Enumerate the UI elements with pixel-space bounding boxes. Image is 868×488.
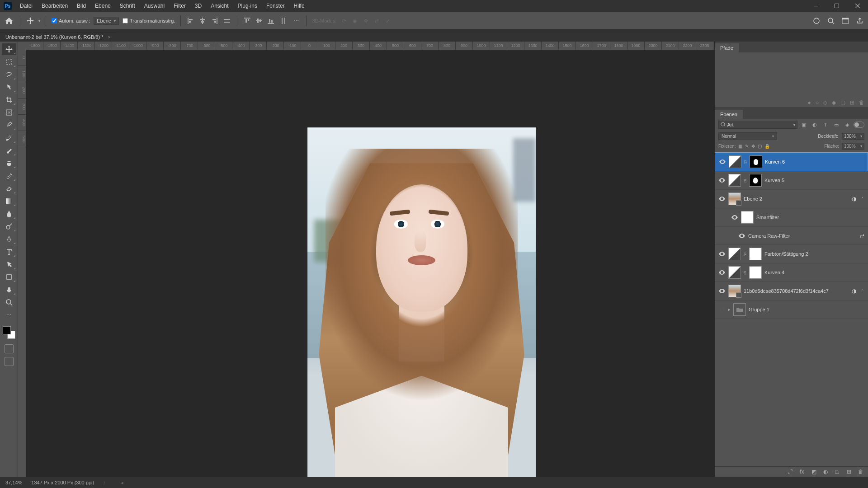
transform-controls-checkbox[interactable]: Transformationsstrg.	[123, 18, 175, 23]
adjustment-thumb[interactable]	[729, 155, 741, 168]
link-mask-icon[interactable]: ⎘	[744, 252, 746, 257]
add-path-icon[interactable]: ⊞	[850, 99, 854, 106]
menu-ansicht[interactable]: Ansicht	[206, 1, 233, 11]
stroke-path-icon[interactable]: ○	[816, 99, 819, 106]
align-center-v-icon[interactable]	[255, 16, 264, 25]
visibility-toggle[interactable]	[731, 214, 738, 221]
layer-row[interactable]: ⎘Kurven 5	[715, 171, 868, 190]
align-right-icon[interactable]	[210, 16, 219, 25]
layer-name[interactable]: Kurven 4	[764, 270, 784, 275]
visibility-toggle[interactable]	[718, 177, 726, 184]
quick-select-tool[interactable]	[2, 81, 16, 93]
paths-list[interactable]	[715, 52, 868, 98]
ruler-horizontal[interactable]: -1600-1500-1400-1300-1200-1100-1000-900-…	[26, 42, 714, 50]
layer-row[interactable]: Ebene 2◑⌃	[715, 190, 868, 208]
layer-row[interactable]: ▸Gruppe 1	[715, 300, 868, 319]
workspace-icon[interactable]	[841, 16, 850, 25]
layers-filter-input[interactable]	[727, 122, 792, 127]
share-icon[interactable]	[855, 16, 864, 25]
lock-all-icon[interactable]: 🔒	[764, 144, 770, 149]
layer-name[interactable]: Ebene 2	[744, 196, 762, 202]
move-tool-icon[interactable]	[26, 16, 35, 25]
new-layer-icon[interactable]: ⊞	[845, 469, 853, 475]
layer-name[interactable]: 11b0d5dcae835708d472f6d3f14ca4c7	[744, 288, 829, 294]
visibility-toggle[interactable]	[718, 250, 726, 258]
filter-shape-icon[interactable]: ▭	[833, 121, 840, 128]
collapse-arrow-icon[interactable]: ⌃	[861, 197, 864, 201]
link-layers-icon[interactable]: ⌞⌝	[787, 469, 794, 475]
more-align-icon[interactable]: ⋯	[292, 16, 301, 25]
layer-row[interactable]: Camera Raw-Filter⇄	[715, 227, 868, 245]
menu-3d[interactable]: 3D	[190, 1, 206, 11]
visibility-toggle[interactable]	[718, 195, 726, 202]
path-selection-icon[interactable]: ◇	[823, 99, 827, 106]
foreground-color[interactable]	[3, 326, 11, 334]
zoom-tool[interactable]	[2, 296, 16, 308]
ruler-vertical[interactable]: 0100200300400500	[18, 50, 26, 477]
filter-smart-icon[interactable]: ◈	[844, 121, 851, 128]
layers-list[interactable]: ⎘Kurven 6⎘Kurven 5Ebene 2◑⌃SmartfilterCa…	[715, 152, 868, 319]
scroll-left-icon[interactable]: ◂	[121, 480, 123, 486]
menu-bild[interactable]: Bild	[72, 1, 90, 11]
filter-mask-thumb[interactable]	[741, 211, 754, 224]
mask-thumb[interactable]	[749, 174, 762, 187]
opacity-field[interactable]: 100% ▾	[842, 133, 864, 140]
filter-adjust-icon[interactable]: ◐	[811, 121, 818, 128]
delete-layer-icon[interactable]: 🗑	[857, 469, 864, 475]
expand-arrow-icon[interactable]: ▸	[728, 307, 731, 312]
zoom-level[interactable]: 37,14%	[5, 480, 22, 485]
menu-filter[interactable]: Filter	[169, 1, 190, 11]
transform-controls-input[interactable]	[123, 18, 128, 23]
canvas-area[interactable]: -1600-1500-1400-1300-1200-1100-1000-900-…	[18, 42, 714, 477]
layer-name[interactable]: Kurven 6	[765, 159, 785, 164]
menu-auswahl[interactable]: Auswahl	[140, 1, 169, 11]
tab-close-icon[interactable]: ×	[108, 34, 110, 40]
layer-mask-icon[interactable]: ◩	[810, 469, 817, 475]
minimize-button[interactable]	[806, 0, 826, 12]
path-select-tool[interactable]	[2, 258, 16, 270]
visibility-toggle[interactable]	[719, 158, 726, 165]
layer-row[interactable]: ⎘Farbton/Sättigung 2	[715, 245, 868, 263]
layer-thumb[interactable]	[728, 192, 741, 205]
crop-tool[interactable]	[2, 94, 16, 106]
menu-plug-ins[interactable]: Plug-ins	[233, 1, 262, 11]
canvas[interactable]	[307, 127, 536, 477]
healing-brush-tool[interactable]	[2, 132, 16, 144]
mask-thumb[interactable]	[749, 266, 762, 279]
link-mask-icon[interactable]: ⎘	[744, 270, 746, 275]
frame-tool[interactable]	[2, 107, 16, 118]
filter-toggle[interactable]	[854, 122, 864, 128]
marquee-tool[interactable]	[2, 56, 16, 68]
lasso-tool[interactable]	[2, 69, 16, 80]
blend-mode-select[interactable]: Normal ▾	[718, 132, 777, 140]
collapse-arrow-icon[interactable]: ⌃	[861, 289, 864, 293]
link-mask-icon[interactable]: ⎘	[744, 178, 746, 183]
align-left-icon[interactable]	[186, 16, 195, 25]
brush-tool[interactable]	[2, 145, 16, 156]
align-bottom-icon[interactable]	[266, 16, 275, 25]
cloud-docs-icon[interactable]	[812, 16, 821, 25]
adjustment-layer-icon[interactable]: ◐	[822, 469, 829, 475]
layer-row[interactable]: ⎘Kurven 4	[715, 263, 868, 282]
smart-object-badge[interactable]: ◑	[852, 196, 856, 202]
new-path-icon[interactable]: ▢	[840, 99, 845, 106]
menu-bearbeiten[interactable]: Bearbeiten	[37, 1, 72, 11]
smart-object-badge[interactable]: ◑	[852, 288, 856, 294]
menu-datei[interactable]: Datei	[15, 1, 37, 11]
tool-preset-chevron-icon[interactable]: ▾	[38, 19, 40, 23]
eraser-tool[interactable]	[2, 183, 16, 194]
link-mask-icon[interactable]: ⎘	[744, 160, 747, 164]
filter-type-icon[interactable]: T	[822, 121, 829, 128]
visibility-toggle[interactable]	[718, 306, 726, 313]
hand-tool[interactable]	[2, 284, 16, 296]
layer-row[interactable]: 11b0d5dcae835708d472f6d3f14ca4c7◑⌃	[715, 282, 868, 300]
adjustment-thumb[interactable]	[728, 174, 741, 187]
menu-ebene[interactable]: Ebene	[90, 1, 115, 11]
shape-tool[interactable]	[2, 271, 16, 283]
eyedropper-tool[interactable]	[2, 119, 16, 131]
visibility-toggle[interactable]	[718, 269, 726, 276]
mask-thumb[interactable]	[749, 248, 762, 260]
adjustment-thumb[interactable]	[728, 266, 741, 279]
layer-name[interactable]: Camera Raw-Filter	[748, 233, 790, 239]
delete-path-icon[interactable]: 🗑	[859, 99, 864, 106]
